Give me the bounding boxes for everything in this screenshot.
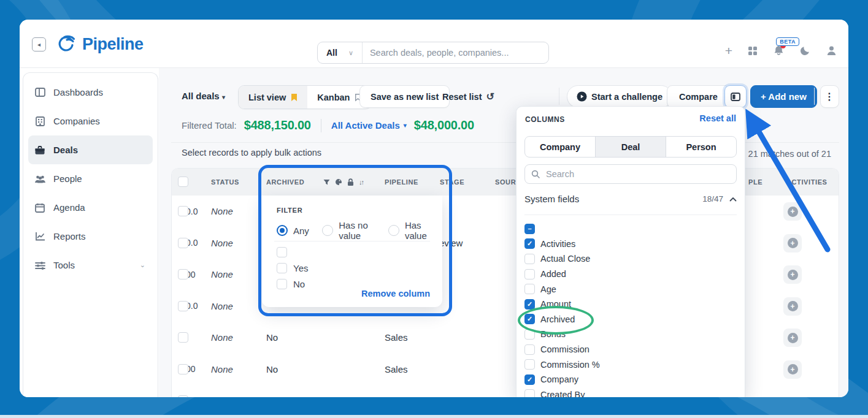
quick-add-icon[interactable]: +: [725, 44, 732, 57]
sidebar-collapse-button[interactable]: ◂: [32, 37, 46, 51]
sidebar-item-dashboards[interactable]: Dashboards: [28, 78, 153, 107]
field-bonus[interactable]: ✓ Bonus: [524, 327, 737, 342]
app-name: Pipeline: [82, 35, 144, 54]
select-all-fields[interactable]: –: [524, 221, 737, 237]
add-new-button[interactable]: + Add new: [750, 85, 817, 108]
more-options-button[interactable]: ⋮: [820, 85, 839, 108]
sidebar-item-people[interactable]: People: [28, 164, 153, 193]
sidebar-item-deals[interactable]: Deals: [28, 135, 153, 164]
start-challenge-button[interactable]: Start a challenge: [567, 85, 672, 108]
column-settings-button[interactable]: [724, 85, 747, 108]
lock-icon[interactable]: [347, 178, 354, 186]
field-commission[interactable]: ✓ Commission: [524, 342, 737, 357]
reset-all-link[interactable]: Reset all: [699, 113, 736, 123]
sidebar-item-reports[interactable]: Reports: [28, 222, 153, 251]
row-checkbox[interactable]: [178, 395, 188, 397]
checkbox[interactable]: ✓: [524, 389, 535, 397]
add-activity-button[interactable]: +: [783, 265, 802, 284]
checkbox[interactable]: ✓: [524, 329, 535, 340]
checkbox[interactable]: ✓: [524, 269, 535, 279]
active-deals-selector[interactable]: All Active Deals ▾: [331, 120, 407, 131]
search-input[interactable]: [363, 48, 548, 58]
column-header-status[interactable]: STATUS: [211, 169, 239, 196]
row-checkbox[interactable]: [178, 238, 188, 248]
row-checkbox[interactable]: [178, 332, 188, 343]
filter-option-no[interactable]: No: [277, 279, 305, 289]
add-activity-button[interactable]: +: [783, 297, 802, 316]
sidebar-item-companies[interactable]: Companies: [28, 107, 153, 135]
checkbox[interactable]: ✓: [524, 299, 535, 310]
field-age[interactable]: ✓ Age: [524, 281, 737, 297]
checkbox[interactable]: ✓: [524, 284, 535, 294]
field-commission-pct[interactable]: ✓ Commission %: [524, 357, 737, 372]
sort-icon[interactable]: ↓↑: [359, 178, 363, 186]
add-activity-button[interactable]: +: [783, 234, 802, 253]
field-amount[interactable]: ✓ Amount: [524, 297, 737, 312]
add-activity-button[interactable]: +: [783, 202, 802, 221]
search-scope-dropdown[interactable]: All ∨: [318, 42, 363, 63]
filter-icon[interactable]: [323, 179, 330, 186]
tab-person[interactable]: Person: [666, 137, 736, 157]
columns-search-input[interactable]: [545, 169, 730, 180]
status-cell: None: [211, 354, 233, 386]
checkbox[interactable]: [277, 263, 287, 273]
reports-chart-icon: [34, 232, 45, 241]
sidebar-item-label: Dashboards: [53, 87, 103, 97]
user-avatar[interactable]: [826, 45, 837, 56]
radio-has-no-value[interactable]: [322, 225, 333, 236]
row-checkbox[interactable]: [178, 269, 188, 279]
compare-button[interactable]: Compare: [667, 85, 730, 108]
group-count: 18/47: [702, 194, 723, 203]
checkbox[interactable]: [277, 247, 287, 257]
column-header-pipeline[interactable]: PIPELINE: [385, 169, 418, 196]
notifications-bell-icon[interactable]: [773, 45, 785, 56]
chevron-up-icon[interactable]: [729, 197, 737, 202]
remove-column-link[interactable]: Remove column: [361, 289, 430, 298]
dark-mode-moon-icon[interactable]: [800, 45, 810, 56]
row-checkbox[interactable]: [178, 364, 188, 374]
list-view-tab[interactable]: List view: [239, 86, 307, 108]
radio-has-value[interactable]: [388, 225, 399, 236]
field-actual-close[interactable]: ✓ Actual Close: [524, 251, 737, 267]
field-company[interactable]: ✓ Company: [524, 372, 737, 387]
column-header-stage[interactable]: STAGE: [440, 169, 464, 196]
columns-search[interactable]: [524, 164, 737, 184]
radio-any[interactable]: [277, 225, 288, 236]
column-header-people[interactable]: PLE: [748, 169, 762, 196]
sidebar-item-tools[interactable]: Tools ⌄: [28, 251, 153, 279]
pipeline-cell: Sales: [385, 354, 408, 386]
checkbox[interactable]: ✓: [524, 374, 535, 385]
sidebar-item-agenda[interactable]: Agenda: [28, 193, 153, 222]
column-header-activities[interactable]: ACTIVITIES: [786, 169, 828, 196]
field-activities[interactable]: ✓ Activities: [524, 237, 737, 252]
filter-option-blank[interactable]: [277, 247, 287, 257]
field-archived[interactable]: ✓ Archived: [524, 312, 737, 327]
field-created-by[interactable]: ✓ Created By: [524, 387, 737, 397]
filter-option-yes[interactable]: Yes: [277, 263, 308, 273]
sidebar-item-label: People: [53, 173, 82, 184]
tab-company[interactable]: Company: [525, 137, 596, 157]
checkbox[interactable]: ✓: [524, 359, 535, 370]
add-activity-button[interactable]: +: [783, 329, 802, 347]
palette-icon[interactable]: [335, 178, 342, 186]
app-logo[interactable]: Pipeline: [55, 34, 144, 54]
apps-grid-icon[interactable]: [748, 46, 758, 56]
field-added[interactable]: ✓ Added: [524, 267, 737, 282]
select-all-checkbox[interactable]: [178, 177, 188, 187]
add-activity-button[interactable]: +: [783, 360, 802, 379]
checkbox[interactable]: ✓: [524, 238, 535, 249]
deal-list-selector[interactable]: All deals ▾: [182, 91, 225, 101]
checkbox[interactable]: ✓: [524, 314, 535, 324]
checkbox[interactable]: ✓: [524, 254, 535, 264]
row-checkbox[interactable]: [178, 206, 188, 216]
checkbox[interactable]: ✓: [524, 344, 535, 355]
tab-deal[interactable]: Deal: [596, 137, 666, 157]
save-as-new-list-button[interactable]: Save as new list: [359, 85, 450, 108]
checkbox[interactable]: [277, 279, 287, 289]
reset-list-button[interactable]: Reset list ↺: [442, 85, 494, 108]
deals-briefcase-icon: [34, 145, 45, 155]
column-header-archived[interactable]: ARCHIVED: [266, 169, 304, 196]
indeterminate-checkbox[interactable]: –: [524, 224, 535, 234]
row-checkbox[interactable]: [178, 301, 188, 311]
agenda-calendar-icon: [34, 203, 45, 213]
